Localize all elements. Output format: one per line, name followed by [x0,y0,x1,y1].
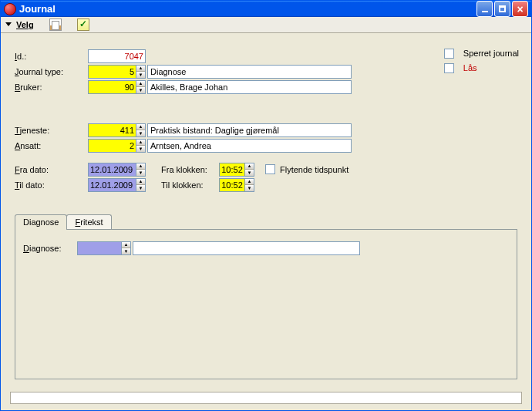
row-til: Til dato: 12.01.2009 ▲▼ Til klokken: 10:… [15,178,517,192]
window: Journal × Velg Sperret journal Lås Id.: [0,0,532,411]
ansatt-desc[interactable]: Arntsen, Andrea [147,139,352,153]
tjeneste-desc[interactable]: Praktisk bistand: Daglige gjøremål [147,123,352,137]
minimize-button[interactable] [476,1,493,17]
ansatt-field[interactable]: 2 ▲▼ [88,139,146,153]
maximize-icon [499,5,506,12]
copy-document-icon[interactable] [49,19,62,31]
velg-label: Velg [16,20,34,29]
maximize-button[interactable] [494,1,510,17]
tabpanel-diagnose: Diagnose: ▲▼ [15,229,517,379]
tjeneste-label: Tjeneste: [15,126,88,135]
sperret-journal-checkbox[interactable] [444,49,454,59]
bruker-field[interactable]: 90 ▲▼ [88,80,146,94]
row-bruker: Bruker: 90 ▲▼ Akilles, Brage Johan [15,79,517,95]
row-fra: Fra dato: 12.01.2009 ▲▼ Fra klokken: 10:… [15,163,517,177]
id-value: 7047 [89,52,145,61]
flytende-label: Flytende tidspunkt [280,165,348,174]
status-bar [10,392,522,404]
fraklokken-value: 10:52 [220,165,244,174]
tildato-field[interactable]: 12.01.2009 ▲▼ [88,178,146,192]
content: Sperret journal Lås Id.: 7047 Journal ty… [1,33,531,387]
bruker-desc[interactable]: Akilles, Brage Johan [147,80,352,94]
tildato-label: Til dato: [15,180,88,190]
minimize-icon [482,11,488,12]
id-label: Id.: [15,52,88,61]
tjeneste-value: 411 [89,126,136,135]
diagnose-desc[interactable] [133,241,360,255]
ansatt-label: Ansatt: [15,141,88,150]
app-icon [4,3,16,15]
tilklokken-spinner[interactable]: ▲▼ [244,179,254,191]
tab-strip: Diagnose Fritekst [15,214,517,229]
las-option: Lås [433,63,519,73]
fraklokken-field[interactable]: 10:52 ▲▼ [219,163,254,177]
journaltype-value: 5 [89,67,136,76]
las-checkbox[interactable] [444,63,454,73]
fradato-field[interactable]: 12.01.2009 ▲▼ [88,163,146,177]
tilklokken-value: 10:52 [220,180,244,190]
bruker-value: 90 [89,83,136,92]
journaltype-label: Journal type: [15,67,88,76]
flytende-checkbox[interactable] [265,164,275,174]
tildato-spinner[interactable]: ▲▼ [136,179,145,191]
confirm-icon[interactable] [77,19,89,31]
ansatt-spinner[interactable]: ▲▼ [136,140,145,152]
close-button[interactable]: × [512,1,528,17]
fradato-label: Fra dato: [15,165,88,174]
row-tjeneste: Tjeneste: 411 ▲▼ Praktisk bistand: Dagli… [15,123,517,138]
journaltype-spinner[interactable]: ▲▼ [136,66,145,78]
diagnose-label: Diagnose: [23,244,77,253]
fradato-spinner[interactable]: ▲▼ [136,163,145,176]
toolbar: Velg [1,17,531,33]
sperret-journal-label: Sperret journal [463,49,519,58]
diagnose-field[interactable]: ▲▼ [77,241,131,255]
titlebar: Journal × [1,1,531,17]
tab-diagnose[interactable]: Diagnose [15,214,67,230]
velg-menu[interactable]: Velg [5,20,34,29]
diagnose-spinner[interactable]: ▲▼ [121,242,130,254]
row-diagnose: Diagnose: ▲▼ [23,241,509,256]
las-label: Lås [463,63,477,72]
journaltype-desc[interactable]: Diagnose [147,65,352,79]
id-field[interactable]: 7047 [88,49,146,63]
fraklokken-label: Fra klokken: [161,165,219,174]
journaltype-field[interactable]: 5 ▲▼ [88,65,146,79]
right-options: Sperret journal Lås [433,49,519,73]
row-ansatt: Ansatt: 2 ▲▼ Arntsen, Andrea [15,138,517,153]
window-title: Journal [19,3,56,15]
tab-fritekst[interactable]: Fritekst [66,214,111,229]
tjeneste-spinner[interactable]: ▲▼ [136,124,145,136]
ansatt-value: 2 [89,141,136,150]
bruker-label: Bruker: [15,83,88,92]
tilklokken-label: Til klokken: [161,180,219,190]
chevron-down-icon [5,22,12,26]
tjeneste-field[interactable]: 411 ▲▼ [88,123,146,137]
close-icon: × [517,4,523,15]
sperret-journal-option: Sperret journal [433,49,519,59]
tildato-value: 12.01.2009 [89,180,136,190]
fradato-value: 12.01.2009 [89,165,136,174]
fraklokken-spinner[interactable]: ▲▼ [244,163,254,176]
tilklokken-field[interactable]: 10:52 ▲▼ [219,178,254,192]
bruker-spinner[interactable]: ▲▼ [136,81,145,93]
